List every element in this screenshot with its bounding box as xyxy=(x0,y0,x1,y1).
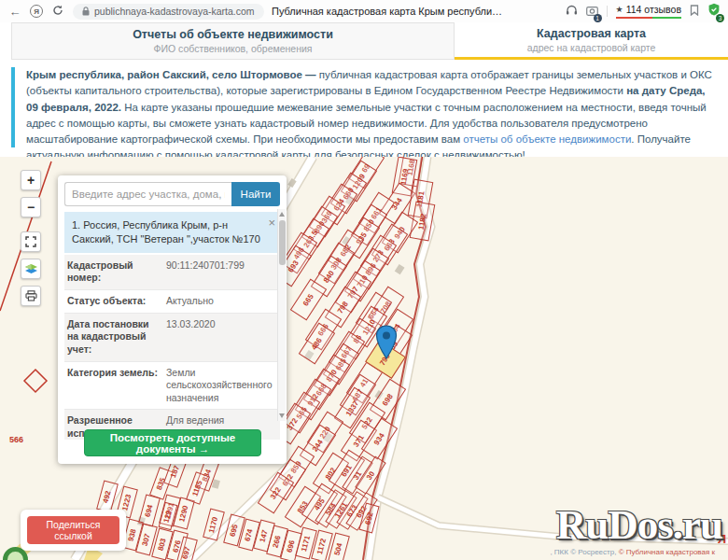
scroll-down-icon[interactable] xyxy=(279,413,285,418)
map-controls: + − xyxy=(21,170,41,306)
parcel-details: Кадастровый номер: 90:11:240701:799 Стат… xyxy=(64,255,280,440)
tab-reports-title: Отчеты об объекте недвижимости xyxy=(133,28,333,41)
parcel-number: 803 xyxy=(157,537,168,551)
fullscreen-icon xyxy=(25,236,36,247)
parcel-number: 840 xyxy=(322,269,336,284)
tab-map-title: Кадастровая карта xyxy=(537,27,646,40)
tab-reports-subtitle: ФИО собственников, обременения xyxy=(153,43,312,54)
parcel-number: 1223 xyxy=(120,493,133,511)
parcel-number: 1337 xyxy=(343,399,359,417)
star-icon: ★ xyxy=(616,5,623,14)
detail-label: Категория земель: xyxy=(67,367,161,405)
print-icon xyxy=(25,290,37,301)
parcel-number: 1172 xyxy=(315,537,328,554)
address-search-input[interactable] xyxy=(64,182,231,206)
shield-badge: 3 xyxy=(716,14,724,22)
parcel-number: 674 xyxy=(244,527,255,541)
back-icon[interactable]: ← xyxy=(7,5,22,19)
parcel-number: 938 xyxy=(127,527,138,541)
zoom-in-button[interactable]: + xyxy=(21,170,41,190)
scroll-thumb[interactable] xyxy=(279,220,286,265)
parcel-number: 695 xyxy=(229,523,240,537)
attribution-pkk: © Публичная кадастровая к xyxy=(619,548,715,556)
cadastral-map[interactable]: 799 691168116912096603446241181369661890… xyxy=(0,157,728,560)
view-documents-button[interactable]: Посмотреть доступные документы → xyxy=(84,429,261,456)
intro-lead: Крым республика, район Сакский, село Што… xyxy=(26,69,316,80)
parcel-number: 697 xyxy=(181,545,192,559)
print-button[interactable] xyxy=(21,286,41,306)
card-scrollbar[interactable] xyxy=(277,209,286,421)
parcel-number: 1171 xyxy=(300,534,312,552)
lock-icon xyxy=(82,7,90,16)
address-bar[interactable]: publichnaya-kadastrovaya-karta.com xyxy=(73,4,264,20)
detail-label: Статус объекта: xyxy=(67,295,161,308)
rudos-watermark: RuDos.ru xyxy=(556,500,722,549)
parcel-info-card: Найти 1. Россия, Республика Крым, р-н Са… xyxy=(58,175,287,464)
divider xyxy=(607,6,608,17)
url-text: publichnaya-kadastrovaya-karta.com xyxy=(94,6,255,17)
intro-paragraph: Крым республика, район Сакский, село Што… xyxy=(26,67,715,164)
detail-label: Кадастровый номер: xyxy=(67,259,161,285)
parcel-number: 486 xyxy=(310,336,324,351)
map-pin-icon xyxy=(374,325,399,360)
parcel-number: 504 xyxy=(333,541,344,555)
extension-icon[interactable]: Я xyxy=(30,5,43,18)
search-button[interactable]: Найти xyxy=(231,182,280,206)
close-icon[interactable]: × xyxy=(268,215,275,231)
parcel-number: 372 xyxy=(286,416,300,431)
browser-toolbar: ← Я publichnaya-kadastrovaya-karta.com П… xyxy=(0,0,728,22)
detail-row-land-category: Категория земель: Земли сельскохозяйстве… xyxy=(64,362,280,411)
detail-label: Дата постановки на кадастровый учет: xyxy=(67,318,161,357)
detail-value: 13.03.2020 xyxy=(161,318,273,357)
screenshot-icon[interactable]: 1 xyxy=(586,3,598,20)
parcel-number: 187 xyxy=(169,464,181,479)
parcel-number: 698 xyxy=(381,392,395,407)
parcel-number: 694 xyxy=(144,503,155,517)
accent-bar xyxy=(11,67,15,147)
parcel-number: 147 xyxy=(259,528,270,542)
page-title: Публичная кадастровая карта Крым республ… xyxy=(272,6,505,17)
map-parcel[interactable]: 486 xyxy=(298,323,334,365)
zoom-out-button[interactable]: − xyxy=(21,197,41,217)
map-parcel[interactable]: 1170 xyxy=(203,508,225,540)
parcel-label-566: 566 xyxy=(9,435,23,444)
detail-row-cadastral-number: Кадастровый номер: 90:11:240701:799 xyxy=(64,255,280,290)
detail-row-status: Статус объекта: Актуально xyxy=(64,290,280,314)
layers-icon xyxy=(24,263,38,275)
headphones-icon[interactable] xyxy=(566,3,578,20)
detail-row-registration-date: Дата постановки на кадастровый учет: 13.… xyxy=(64,314,280,362)
intro-block: Крым республика, район Сакский, село Што… xyxy=(0,60,728,157)
parcel-number: 492 xyxy=(102,489,113,503)
parcel-number: 934 xyxy=(372,431,386,446)
screenshot-badge: 1 xyxy=(594,14,602,22)
search-result-item[interactable]: 1. Россия, Республика Крым, р-н Сакский,… xyxy=(64,212,280,253)
fullscreen-button[interactable] xyxy=(21,231,41,252)
tab-cadastral-map[interactable]: Кадастровая карта адрес на кадастровой к… xyxy=(455,22,728,60)
map-attribution: , ПКК © Росреестр, © Публичная кадастров… xyxy=(550,548,715,556)
tab-map-subtitle: адрес на кадастровой карте xyxy=(527,42,656,53)
share-link-button[interactable]: Поделиться ссылкой xyxy=(27,516,119,544)
layers-button[interactable] xyxy=(21,259,41,279)
reload-icon[interactable] xyxy=(50,5,65,19)
parcel-number: 129 xyxy=(162,509,174,523)
reports-link[interactable]: отчеты об объекте недвижимости xyxy=(463,133,631,145)
share-container: Поделиться ссылкой xyxy=(21,510,126,551)
reviews-count: 114 отзывов xyxy=(626,4,681,15)
parcel-number: 798 xyxy=(336,300,350,315)
bookmark-icon[interactable] xyxy=(690,3,699,20)
parcel-number: 1290 xyxy=(177,504,189,523)
attribution-rosreestr: , ПКК © Росреестр, xyxy=(550,548,618,556)
search-row: Найти xyxy=(64,182,280,206)
parcel-number: 307 xyxy=(141,532,152,546)
parcel-number: 665 xyxy=(301,292,315,307)
result-address: 1. Россия, Республика Крым, р-н Сакский,… xyxy=(72,219,260,245)
scroll-up-icon[interactable] xyxy=(279,212,285,217)
service-tabs: Отчеты об объекте недвижимости ФИО собст… xyxy=(0,22,728,60)
reviews-rating[interactable]: ★ 114 отзывов xyxy=(616,4,681,19)
tab-reports[interactable]: Отчеты об объекте недвижимости ФИО собст… xyxy=(11,22,455,60)
detail-value: Земли сельскохозяйственного назначения xyxy=(161,367,273,405)
parcel-number: 30 xyxy=(365,469,376,481)
protect-shield-icon[interactable]: 3 xyxy=(707,3,721,20)
parcel-number: 244 xyxy=(311,438,325,453)
map-parcel[interactable]: 492 xyxy=(96,480,119,512)
